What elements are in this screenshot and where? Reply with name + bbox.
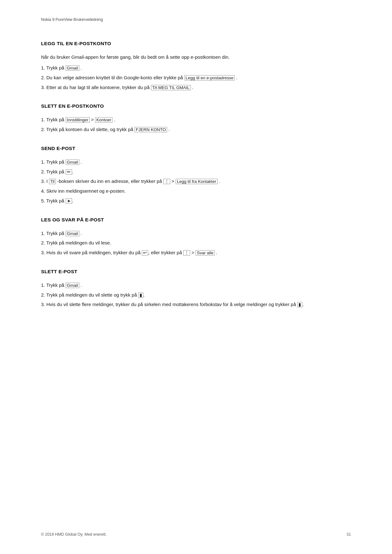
section-legg-til-konto: LEGG TIL EN E-POSTKONTO Når du bruker Gm… xyxy=(41,41,351,91)
send-icon: ➤ xyxy=(66,198,72,204)
pencil-icon: ✏ xyxy=(66,169,72,175)
trash-icon-2: ▮ xyxy=(297,302,302,307)
svar-alle-ref: Svar alle xyxy=(196,250,215,256)
list-item: 2. Trykk på meldingen du vil slette og t… xyxy=(41,291,351,299)
kontoer-ref: Kontoer xyxy=(95,117,112,123)
list-item: 1. Trykk på Gmail . xyxy=(41,64,351,72)
page: Nokia 9 PureView Brukerveiledning LEGG T… xyxy=(0,0,392,554)
section-body-legg-til-konto: Når du bruker Gmail-appen for første gan… xyxy=(41,53,351,91)
list-item: 3. Hvis du vil svare på meldingen, trykk… xyxy=(41,249,351,257)
til-field-ref: Til xyxy=(49,179,56,184)
list-item: 5. Trykk på ➤. xyxy=(41,197,351,205)
gmail-ref-2: Gmail xyxy=(66,160,79,165)
section-les-svar: LES OG SVAR PÅ E-POST 1. Trykk på Gmail … xyxy=(41,217,351,257)
section-body-les-svar: 1. Trykk på Gmail . 2. Trykk på meldinge… xyxy=(41,230,351,257)
copyright-text: © 2019 HMD Global Oy. Med enerett. xyxy=(41,532,107,537)
page-number: 31 xyxy=(347,532,351,537)
list-item: 2. Trykk på meldingen du vil lese. xyxy=(41,239,351,247)
list-item: 1. Trykk på Gmail . xyxy=(41,230,351,238)
gmail-button-ref: Gmail xyxy=(66,65,79,71)
section-title-send-epost: SEND E-POST xyxy=(41,146,351,151)
intro-text: Når du bruker Gmail-appen for første gan… xyxy=(41,53,351,61)
legg-til-kontakter-ref: Legg til fra Kontakter xyxy=(176,179,218,184)
more-options-icon-2: ⋮ xyxy=(183,250,190,256)
header-text: Nokia 9 PureView Brukerveiledning xyxy=(41,17,103,22)
ta-meg-button-ref: TA MEG TIL GMAIL xyxy=(151,85,191,90)
page-header: Nokia 9 PureView Brukerveiledning xyxy=(41,17,351,22)
more-options-icon: ⋮ xyxy=(163,179,170,184)
section-title-legg-til-konto: LEGG TIL EN E-POSTKONTO xyxy=(41,41,351,46)
list-item: 1. Trykk på Gmail . xyxy=(41,158,351,166)
fjern-konto-ref: FJERN KONTO xyxy=(135,127,167,132)
list-item: 3. Etter at du har lagt til alle kontoen… xyxy=(41,84,351,92)
list-item: 4. Skriv inn meldingsemnet og e-posten. xyxy=(41,187,351,195)
reply-icon: ↩ xyxy=(142,250,148,256)
trash-icon-1: ▮ xyxy=(138,292,143,298)
list-item: 2. Trykk på kontoen du vil slette, og tr… xyxy=(41,126,351,134)
list-item: 1. Trykk på Gmail . xyxy=(41,281,351,289)
section-send-epost: SEND E-POST 1. Trykk på Gmail . 2. Trykk… xyxy=(41,146,351,205)
page-footer: © 2019 HMD Global Oy. Med enerett. 31 xyxy=(41,532,351,537)
innstillinger-ref: Innstillinger xyxy=(66,117,90,123)
gmail-ref-4: Gmail xyxy=(66,283,79,288)
list-item: 3. Hvis du vil slette flere meldinger, t… xyxy=(41,301,351,309)
section-title-slett-konto: SLETT EN E-POSTKONTO xyxy=(41,103,351,109)
section-title-slett-epost: SLETT E-POST xyxy=(41,269,351,274)
list-item: 1. Trykk på Innstillinger > Kontoer . xyxy=(41,116,351,124)
list-item: 2. Du kan velge adressen knyttet til din… xyxy=(41,74,351,82)
section-body-slett-epost: 1. Trykk på Gmail . 2. Trykk på meldinge… xyxy=(41,281,351,309)
section-slett-konto: SLETT EN E-POSTKONTO 1. Trykk på Innstil… xyxy=(41,103,351,134)
list-item: 2. Trykk på ✏. xyxy=(41,168,351,176)
gmail-ref-3: Gmail xyxy=(66,231,79,236)
section-body-send-epost: 1. Trykk på Gmail . 2. Trykk på ✏. 3. I … xyxy=(41,158,351,205)
section-title-les-svar: LES OG SVAR PÅ E-POST xyxy=(41,217,351,223)
list-item: 3. I Til -boksen skriver du inn en adres… xyxy=(41,178,351,185)
legg-til-button-ref: Legg til en e-postadresse xyxy=(184,75,235,81)
section-body-slett-konto: 1. Trykk på Innstillinger > Kontoer . 2.… xyxy=(41,116,351,134)
section-slett-epost: SLETT E-POST 1. Trykk på Gmail . 2. Tryk… xyxy=(41,269,351,309)
